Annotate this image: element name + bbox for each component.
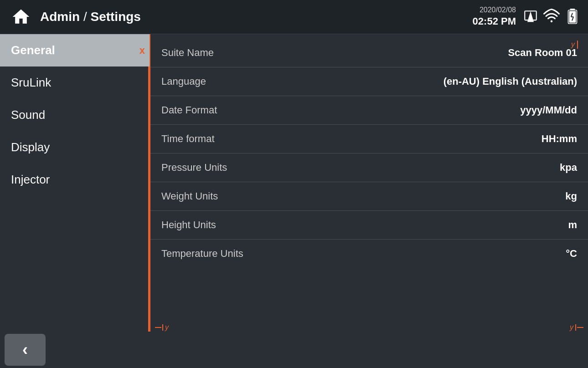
settings-label-1: Language: [161, 76, 206, 87]
home-icon: [11, 7, 31, 27]
battery-icon: [564, 9, 581, 25]
settings-value-7: °C: [566, 248, 577, 260]
settings-row-6[interactable]: Height Unitsm: [150, 211, 588, 240]
content-panel: y Suite NameScan Room 01Language(en-AU) …: [150, 34, 588, 332]
y-anno-bottom-right: y: [570, 323, 583, 332]
settings-value-4: kpa: [560, 162, 577, 174]
settings-label-3: Time format: [161, 133, 215, 145]
settings-row-7[interactable]: Temperature Units°C: [150, 240, 588, 268]
settings-value-3: HH:mm: [542, 133, 577, 145]
bracket-vert-left: [162, 324, 163, 331]
settings-row-4[interactable]: Pressure Unitskpa: [150, 153, 588, 182]
status-icons: [522, 9, 581, 25]
settings-row-0[interactable]: Suite NameScan Room 01: [150, 39, 588, 67]
settings-label-2: Date Format: [161, 104, 217, 116]
datetime-display: 2020/02/08 02:52 PM: [473, 5, 516, 28]
screen-icon: [522, 9, 539, 25]
settings-value-0: Scan Room 01: [508, 47, 577, 59]
settings-label-6: Height Units: [161, 219, 216, 231]
settings-list: Suite NameScan Room 01Language(en-AU) En…: [150, 39, 588, 268]
settings-label: Settings: [90, 10, 140, 24]
settings-label-7: Temperature Units: [161, 248, 243, 260]
sidebar-label-display: Display: [11, 140, 50, 154]
settings-row-2[interactable]: Date Formatyyyy/MM/dd: [150, 96, 588, 125]
footer: ‹: [0, 332, 588, 368]
sidebar-item-srulink[interactable]: SruLink: [0, 66, 150, 99]
y-anno-br-label: y: [570, 323, 573, 332]
content-wrapper: y Suite NameScan Room 01Language(en-AU) …: [150, 39, 588, 336]
home-button[interactable]: [7, 3, 35, 31]
back-button[interactable]: ‹: [5, 334, 46, 366]
sidebar-item-general[interactable]: General x: [0, 34, 150, 66]
sidebar-border: [148, 34, 150, 332]
sidebar-label-injector: Injector: [11, 173, 50, 186]
sidebar: General x SruLink Sound Display Injector…: [0, 34, 150, 332]
sidebar-item-sound[interactable]: Sound: [0, 99, 150, 131]
settings-value-1: (en-AU) English (Australian): [444, 76, 577, 87]
time-display: 02:52 PM: [473, 15, 516, 28]
settings-row-3[interactable]: Time formatHH:mm: [150, 125, 588, 153]
bracket-line-right: [577, 327, 583, 328]
back-icon: ‹: [22, 340, 28, 359]
settings-row-1[interactable]: Language(en-AU) English (Australian): [150, 67, 588, 96]
title-separator: /: [80, 10, 90, 24]
bracket-vert-right: [575, 324, 576, 331]
sidebar-label-srulink: SruLink: [11, 76, 51, 89]
settings-row-5[interactable]: Weight Unitskg: [150, 182, 588, 211]
admin-label: Admin: [40, 10, 80, 24]
y-anno-bl-label: y: [165, 323, 169, 332]
header-right: 2020/02/08 02:52 PM: [473, 5, 581, 28]
page-title: Admin / Settings: [40, 10, 473, 24]
header: Admin / Settings 2020/02/08 02:52 PM: [0, 0, 588, 34]
sidebar-label-sound: Sound: [11, 108, 45, 122]
sidebar-item-injector[interactable]: Injector: [0, 164, 150, 196]
date-display: 2020/02/08: [473, 5, 516, 15]
wifi-icon: [543, 9, 560, 25]
settings-value-5: kg: [565, 190, 577, 202]
sidebar-label-general: General: [11, 43, 55, 57]
sidebar-item-display[interactable]: Display: [0, 131, 150, 164]
settings-label-5: Weight Units: [161, 190, 218, 202]
main-content: General x SruLink Sound Display Injector…: [0, 34, 588, 332]
settings-value-6: m: [568, 219, 577, 231]
svg-point-1: [551, 20, 553, 22]
settings-value-2: yyyy/MM/dd: [520, 104, 577, 116]
bracket-line-left: [155, 327, 161, 328]
settings-label-0: Suite Name: [161, 47, 214, 59]
y-anno-bottom-left: y: [155, 323, 169, 332]
settings-label-4: Pressure Units: [161, 162, 227, 174]
